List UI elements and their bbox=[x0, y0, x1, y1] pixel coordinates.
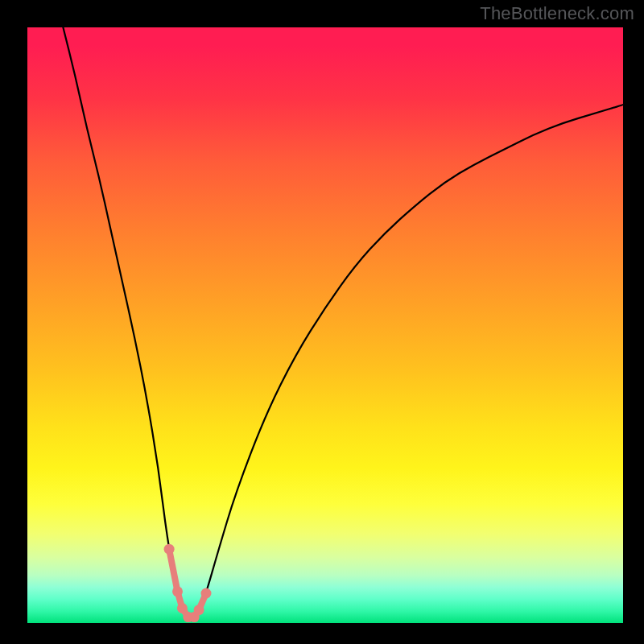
optimal-zone-dots bbox=[164, 544, 212, 622]
plot-area bbox=[27, 27, 623, 623]
bottleneck-line bbox=[63, 27, 623, 617]
svg-point-0 bbox=[164, 544, 175, 555]
watermark-text: TheBottleneck.com bbox=[480, 3, 634, 24]
bottleneck-curve bbox=[27, 27, 623, 623]
svg-point-1 bbox=[172, 586, 183, 597]
chart-container: TheBottleneck.com bbox=[0, 0, 644, 644]
svg-point-5 bbox=[194, 605, 204, 615]
svg-point-6 bbox=[201, 588, 212, 599]
svg-point-2 bbox=[177, 603, 188, 613]
